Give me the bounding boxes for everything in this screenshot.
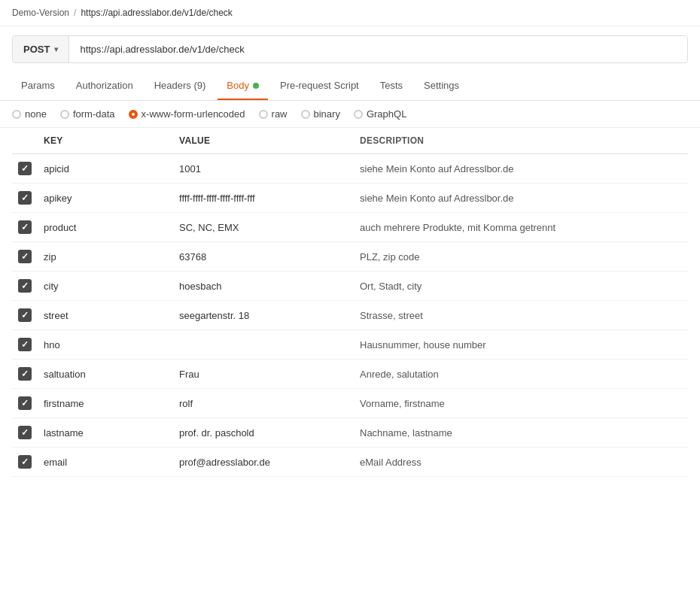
tab-headers-label: Headers (9)	[154, 80, 206, 91]
tab-authorization[interactable]: Authorization	[67, 72, 142, 100]
row-checkbox[interactable]: ✓	[18, 367, 32, 381]
body-type-none[interactable]: none	[12, 108, 47, 120]
col-header-description: DESCRIPTION	[354, 128, 688, 154]
row-key[interactable]: apikey	[38, 184, 173, 213]
method-chevron: ▾	[54, 45, 58, 53]
radio-form-data	[60, 110, 69, 119]
row-checkbox[interactable]: ✓	[18, 455, 32, 469]
row-checkbox[interactable]: ✓	[18, 220, 32, 234]
row-key[interactable]: street	[38, 301, 173, 330]
body-type-raw[interactable]: raw	[259, 108, 288, 120]
row-checkbox[interactable]: ✓	[18, 396, 32, 410]
breadcrumb-separator: /	[74, 8, 76, 18]
table-header-row: KEY VALUE DESCRIPTION	[12, 128, 688, 154]
col-header-key: KEY	[38, 128, 173, 154]
body-type-urlencoded[interactable]: x-www-form-urlencoded	[129, 108, 245, 120]
params-table: KEY VALUE DESCRIPTION ✓apicid1001siehe M…	[12, 128, 688, 477]
row-checkbox[interactable]: ✓	[18, 338, 32, 351]
row-value[interactable]: rolf	[173, 389, 354, 418]
tab-pre-request[interactable]: Pre-request Script	[271, 72, 368, 100]
row-value[interactable]: 1001	[173, 154, 354, 184]
table-row: ✓saltuationFrauAnrede, salutation	[12, 360, 688, 389]
body-type-row: none form-data x-www-form-urlencoded raw…	[0, 101, 700, 128]
row-key[interactable]: lastname	[38, 418, 173, 448]
table-row: ✓hnoHausnummer, house number	[12, 330, 688, 360]
url-input[interactable]	[69, 36, 687, 62]
row-checkbox[interactable]: ✓	[18, 308, 32, 322]
row-checkbox[interactable]: ✓	[18, 426, 32, 439]
body-type-form-data[interactable]: form-data	[60, 108, 115, 120]
table-row: ✓cityhoesbachOrt, Stadt, city	[12, 272, 688, 301]
col-header-checkbox	[12, 128, 38, 154]
breadcrumb-parent[interactable]: Demo-Version	[12, 8, 69, 18]
table-row: ✓lastnameprof. dr. pascholdNachname, las…	[12, 418, 688, 448]
row-value[interactable]: prof@adresslabor.de	[173, 448, 354, 477]
row-key[interactable]: saltuation	[38, 360, 173, 389]
row-description: Ort, Stadt, city	[354, 272, 688, 301]
body-type-binary[interactable]: binary	[301, 108, 340, 120]
row-description: Vorname, firstname	[354, 389, 688, 418]
tab-tests[interactable]: Tests	[371, 72, 412, 100]
method-select[interactable]: POST ▾	[13, 36, 69, 62]
row-key[interactable]: city	[38, 272, 173, 301]
row-description: Anrede, salutation	[354, 360, 688, 389]
row-description: Nachname, lastname	[354, 418, 688, 448]
tab-settings-label: Settings	[424, 80, 459, 91]
row-checkbox[interactable]: ✓	[18, 191, 32, 205]
row-key[interactable]: email	[38, 448, 173, 477]
row-value[interactable]: seegartenstr. 18	[173, 301, 354, 330]
row-description: Hausnummer, house number	[354, 330, 688, 360]
row-value[interactable]: SC, NC, EMX	[173, 213, 354, 242]
tab-headers[interactable]: Headers (9)	[145, 72, 215, 100]
url-bar: POST ▾	[12, 35, 688, 63]
row-description: Strasse, street	[354, 301, 688, 330]
tab-tests-label: Tests	[380, 80, 403, 91]
row-description: auch mehrere Produkte, mit Komma getrenn…	[354, 213, 688, 242]
row-key[interactable]: firstname	[38, 389, 173, 418]
radio-urlencoded	[129, 110, 138, 119]
row-value[interactable]: prof. dr. paschold	[173, 418, 354, 448]
row-value[interactable]: ffff-ffff-ffff-ffff-ffff-fff	[173, 184, 354, 213]
tab-params[interactable]: Params	[12, 72, 64, 100]
row-value[interactable]	[173, 330, 354, 360]
row-key[interactable]: apicid	[38, 154, 173, 184]
tabs-bar: Params Authorization Headers (9) Body Pr…	[0, 72, 700, 101]
col-header-value: VALUE	[173, 128, 354, 154]
body-type-graphql[interactable]: GraphQL	[354, 108, 406, 120]
row-description: siehe Mein Konto auf Adresslbor.de	[354, 184, 688, 213]
row-key[interactable]: product	[38, 213, 173, 242]
table-row: ✓apicid1001siehe Mein Konto auf Adresslb…	[12, 154, 688, 184]
row-description: PLZ, zip code	[354, 242, 688, 272]
table-row: ✓firstnamerolfVorname, firstname	[12, 389, 688, 418]
radio-none	[12, 110, 21, 119]
table-row: ✓streetseegartenstr. 18Strasse, street	[12, 301, 688, 330]
table-row: ✓zip63768PLZ, zip code	[12, 242, 688, 272]
row-value[interactable]: hoesbach	[173, 272, 354, 301]
row-checkbox[interactable]: ✓	[18, 250, 32, 263]
method-label: POST	[23, 44, 50, 55]
tab-params-label: Params	[21, 80, 55, 91]
tab-pre-request-label: Pre-request Script	[280, 80, 359, 91]
row-checkbox[interactable]: ✓	[18, 279, 32, 293]
row-checkbox[interactable]: ✓	[18, 162, 32, 175]
row-value[interactable]: Frau	[173, 360, 354, 389]
breadcrumb-current: https://api.adresslabor.de/v1/de/check	[81, 8, 232, 18]
tab-body-label: Body	[227, 80, 249, 91]
params-table-container: KEY VALUE DESCRIPTION ✓apicid1001siehe M…	[0, 128, 700, 477]
tab-settings[interactable]: Settings	[415, 72, 468, 100]
row-description: eMail Address	[354, 448, 688, 477]
table-row: ✓apikeyffff-ffff-ffff-ffff-ffff-fffsiehe…	[12, 184, 688, 213]
row-key[interactable]: zip	[38, 242, 173, 272]
table-row: ✓emailprof@adresslabor.deeMail Address	[12, 448, 688, 477]
radio-graphql	[354, 110, 363, 119]
tab-authorization-label: Authorization	[76, 80, 133, 91]
row-key[interactable]: hno	[38, 330, 173, 360]
radio-binary	[301, 110, 310, 119]
radio-raw	[259, 110, 268, 119]
breadcrumb: Demo-Version / https://api.adresslabor.d…	[0, 0, 700, 26]
row-value[interactable]: 63768	[173, 242, 354, 272]
tab-body-dot	[253, 83, 259, 89]
table-row: ✓productSC, NC, EMXauch mehrere Produkte…	[12, 213, 688, 242]
row-description: siehe Mein Konto auf Adresslbor.de	[354, 154, 688, 184]
tab-body[interactable]: Body	[218, 72, 268, 100]
